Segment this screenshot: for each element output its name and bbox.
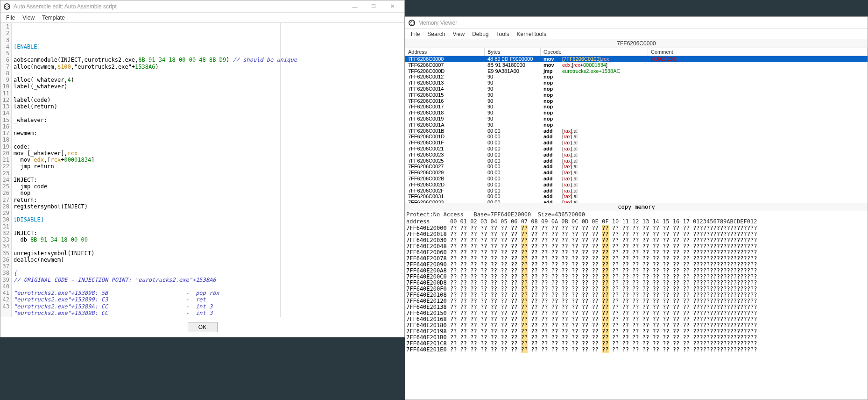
code-line[interactable]: jmp return [14, 163, 402, 170]
disasm-row[interactable]: 7FF6206C000DE9 9A381A00jmpeurotrucks2.ex… [405, 68, 868, 74]
code-line[interactable]: _whatever: [14, 117, 402, 123]
disasm-row[interactable]: 7FF6206C003100 00add[rax],al [405, 193, 868, 200]
disasm-row[interactable]: 7FF6206C002900 00add[rax],al [405, 170, 868, 176]
disasm-row[interactable]: 7FF6206C001A90nop [405, 122, 868, 128]
disasm-row[interactable]: 7FF6206C001290nop [405, 74, 868, 80]
code-line[interactable]: mov [_whatever],rcx [14, 150, 402, 157]
code-line[interactable]: "eurotrucks2.exe"+15389A: CC - int 3 [14, 303, 402, 310]
code-line[interactable]: [DISABLE] [14, 216, 402, 223]
copy-memory-button[interactable]: copy memory [405, 203, 868, 211]
disasm-row[interactable]: 7FF6206C002100 00add[rax],al [405, 146, 868, 152]
code-line[interactable] [14, 223, 402, 230]
code-line[interactable]: "eurotrucks2.exe"+153899: C3 - ret [14, 296, 402, 303]
mv-menu-search[interactable]: Search [423, 30, 449, 38]
ok-button[interactable]: OK [188, 322, 218, 332]
code-line[interactable]: alloc(newmem,$100,"eurotrucks2.exe"+1538… [14, 64, 402, 70]
code-line[interactable]: INJECT: [14, 230, 402, 236]
code-line[interactable]: { [14, 270, 402, 276]
disasm-row[interactable]: 7FF6206C002D00 00add[rax],al [405, 182, 868, 188]
disasm-row[interactable]: 7FF6206C001D00 00add[rax],al [405, 134, 868, 140]
disasm-rows[interactable]: 7FF6206C000048 89 0D F9000000mov[7FF6206… [405, 56, 868, 203]
code-line[interactable] [14, 50, 402, 57]
code-line[interactable] [14, 210, 402, 216]
svg-point-0 [4, 4, 10, 9]
close-button[interactable]: ✕ [383, 0, 402, 13]
code-area[interactable]: [ENABLE] aobscanmodule(INJECT,eurotrucks… [12, 23, 404, 317]
memory-viewer-window: Memory Viewer File Search View Debug Too… [405, 16, 868, 400]
mv-menu-view[interactable]: View [449, 30, 468, 38]
disasm-row[interactable]: 7FF6206C000048 89 0D F9000000mov[7FF6206… [405, 56, 868, 62]
code-line[interactable] [14, 170, 402, 177]
disasm-row[interactable]: 7FF6206C002500 00add[rax],al [405, 158, 868, 164]
menu-file[interactable]: File [2, 14, 19, 22]
code-line[interactable]: dealloc(newmem) [14, 257, 402, 263]
split-line[interactable] [280, 23, 281, 317]
code-line[interactable] [14, 283, 402, 290]
code-line[interactable]: label(code) [14, 97, 402, 103]
code-line[interactable]: return: [14, 197, 402, 203]
disasm-row[interactable]: 7FF6206C001990nop [405, 116, 868, 122]
code-line[interactable]: newmem: [14, 130, 402, 136]
disasm-row[interactable]: 7FF6206C001790nop [405, 104, 868, 110]
code-line[interactable] [14, 110, 402, 116]
disasm-row[interactable]: 7FF6206C001490nop [405, 86, 868, 92]
code-line[interactable]: "eurotrucks2.exe"+153898: 5B - pop rbx [14, 290, 402, 296]
app-icon [3, 3, 11, 10]
mv-titlebar[interactable]: Memory Viewer [405, 17, 868, 29]
code-line[interactable]: label(_whatever) [14, 83, 402, 90]
code-line[interactable] [14, 263, 402, 270]
code-line[interactable]: db 8B 91 34 18 00 00 [14, 236, 402, 243]
col-opcode[interactable]: Opcode [541, 48, 648, 56]
mv-menu-tools[interactable]: Tools [493, 30, 513, 38]
disasm-row[interactable]: 7FF6206C001890nop [405, 110, 868, 116]
code-line[interactable] [14, 123, 402, 130]
code-line[interactable]: code: [14, 143, 402, 150]
code-line[interactable]: mov edx,[rcx+00001834] [14, 157, 402, 163]
code-line[interactable]: jmp code [14, 183, 402, 190]
disassembly-view[interactable]: Address Bytes Opcode Comment 7FF6206C000… [405, 48, 868, 203]
hex-view[interactable]: 7FF640E20000 ?? ?? ?? ?? ?? ?? ?? ?? ?? … [405, 225, 868, 400]
minimize-button[interactable]: — [346, 0, 364, 13]
code-line[interactable]: INJECT: [14, 177, 402, 183]
auto-assemble-window: Auto Assemble edit: Auto Assemble script… [0, 0, 405, 337]
app-icon [408, 19, 416, 27]
code-line[interactable] [14, 90, 402, 97]
code-line[interactable]: // ORIGINAL CODE - INJECTION POINT: "eur… [14, 277, 402, 283]
disasm-row[interactable]: 7FF6206C001B00 00add[rax],al [405, 128, 868, 134]
code-line[interactable] [14, 136, 402, 143]
titlebar[interactable]: Auto Assemble edit: Auto Assemble script… [0, 0, 404, 13]
address-display[interactable]: 7FF6206C0000 [405, 39, 868, 48]
code-line[interactable]: alloc(_whatever,4) [14, 77, 402, 83]
menu-view[interactable]: View [19, 14, 38, 22]
disasm-row[interactable]: 7FF6206C001F00 00add[rax],al [405, 140, 868, 146]
code-line[interactable]: [ENABLE] [14, 43, 402, 50]
disasm-row[interactable]: 7FF6206C002700 00add[rax],al [405, 164, 868, 170]
code-line[interactable]: registersymbol(INJECT) [14, 203, 402, 210]
disasm-row[interactable]: 7FF6206C003300 00add[rax],al [405, 200, 868, 203]
mv-menu-debug[interactable]: Debug [468, 30, 492, 38]
disasm-row[interactable]: 7FF6206C002F00 00add[rax],al [405, 188, 868, 194]
code-line[interactable]: nop [14, 190, 402, 196]
code-line[interactable]: label(return) [14, 103, 402, 110]
code-line[interactable]: "eurotrucks2.exe"+15389B: CC - int 3 [14, 310, 402, 316]
menu-template[interactable]: Template [38, 14, 69, 22]
hex-row[interactable]: 7FF640E201E0 ?? ?? ?? ?? ?? ?? ?? ?? ?? … [406, 347, 867, 353]
code-line[interactable]: unregistersymbol(INJECT) [14, 250, 402, 257]
code-editor[interactable]: 1234567891011121314151617181920212223242… [0, 23, 404, 317]
col-address[interactable]: Address [405, 48, 485, 56]
disasm-row[interactable]: 7FF6206C001390nop [405, 80, 868, 86]
disasm-row[interactable]: 7FF6206C00078B 91 34180000movedx,[rcx+00… [405, 62, 868, 68]
code-line[interactable] [14, 243, 402, 250]
col-comment[interactable]: Comment [648, 48, 868, 56]
code-line[interactable]: aobscanmodule(INJECT,eurotrucks2.exe,8B … [14, 57, 402, 63]
code-line[interactable]: "eurotrucks2.exe"+15389C: CC - int 3 [14, 316, 402, 317]
col-bytes[interactable]: Bytes [485, 48, 541, 56]
maximize-button[interactable]: ☐ [364, 0, 383, 13]
disasm-row[interactable]: 7FF6206C001590nop [405, 92, 868, 98]
disasm-row[interactable]: 7FF6206C002300 00add[rax],al [405, 152, 868, 158]
code-line[interactable] [14, 70, 402, 77]
disasm-row[interactable]: 7FF6206C002B00 00add[rax],al [405, 176, 868, 182]
disasm-row[interactable]: 7FF6206C001690nop [405, 98, 868, 104]
mv-menu-file[interactable]: File [407, 30, 423, 38]
mv-menu-kernel[interactable]: Kernel tools [513, 30, 550, 38]
